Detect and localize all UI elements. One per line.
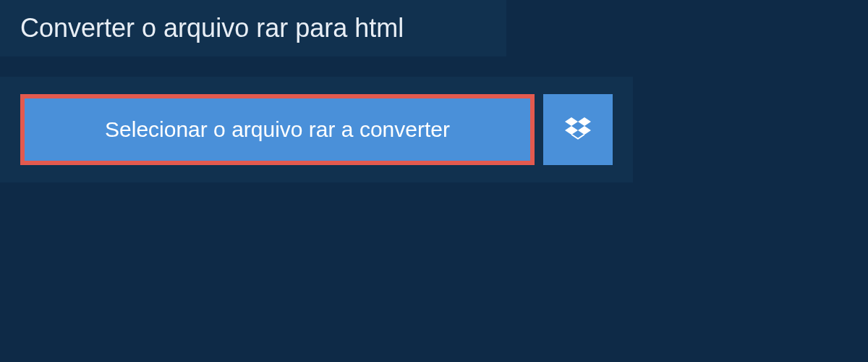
dropbox-button[interactable]: [543, 94, 613, 165]
button-row: Selecionar o arquivo rar a converter: [20, 94, 613, 165]
page-title: Converter o arquivo rar para html: [20, 13, 486, 43]
upload-panel: Selecionar o arquivo rar a converter: [0, 77, 633, 182]
select-file-button[interactable]: Selecionar o arquivo rar a converter: [20, 94, 535, 165]
header-bar: Converter o arquivo rar para html: [0, 0, 506, 56]
dropbox-icon: [565, 115, 591, 144]
